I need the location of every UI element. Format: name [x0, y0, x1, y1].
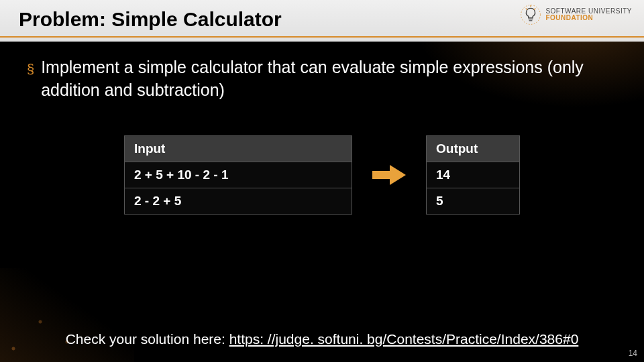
example-table-area: Input 2 + 5 + 10 - 2 - 1 2 - 2 + 5 Outpu… [27, 135, 617, 215]
table-row: 2 - 2 + 5 [125, 188, 352, 214]
input-cell: 2 - 2 + 5 [125, 188, 352, 214]
bullet-text: Implement a simple calculator that can e… [41, 56, 617, 102]
footer-prefix: Check your solution here: [66, 331, 229, 347]
background-circuit [0, 268, 134, 362]
svg-rect-3 [372, 171, 390, 179]
input-table: Input 2 + 5 + 10 - 2 - 1 2 - 2 + 5 [124, 135, 352, 215]
slide-content: § Implement a simple calculator that can… [0, 38, 644, 215]
output-cell: 14 [427, 162, 520, 188]
logo: SOFTWARE UNIVERSITY FOUNDATION [520, 4, 632, 25]
input-header: Input [125, 135, 352, 162]
slide-header: Problem: Simple Calculator SOFTWARE UNIV… [0, 0, 644, 38]
lightbulb-icon [520, 4, 541, 25]
output-table: Output 14 5 [426, 135, 520, 215]
table-row: 2 + 5 + 10 - 2 - 1 [125, 162, 352, 188]
solution-link[interactable]: https: //judge. softuni. bg/Contests/Pra… [229, 331, 579, 347]
svg-marker-4 [390, 165, 406, 185]
logo-text: SOFTWARE UNIVERSITY FOUNDATION [545, 8, 632, 22]
output-header: Output [427, 135, 520, 162]
input-cell: 2 + 5 + 10 - 2 - 1 [125, 162, 352, 188]
output-cell: 5 [427, 188, 520, 214]
logo-line2: FOUNDATION [545, 15, 632, 22]
footer: Check your solution here: https: //judge… [0, 331, 644, 347]
bullet-item: § Implement a simple calculator that can… [27, 56, 617, 102]
bullet-icon: § [27, 60, 34, 78]
table-row: 5 [427, 188, 520, 214]
table-row: 14 [427, 162, 520, 188]
arrow-icon [371, 164, 407, 186]
page-number: 14 [629, 349, 637, 358]
